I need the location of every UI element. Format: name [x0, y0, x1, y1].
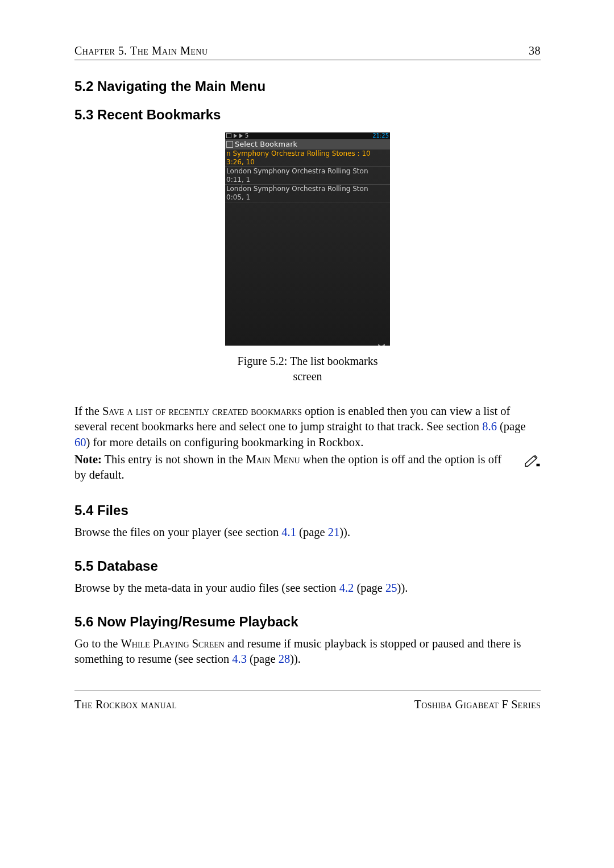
figure-caption: Figure 5.2: The list bookmarks screen	[225, 354, 390, 384]
database-paragraph: Browse by the meta-data in your audio fi…	[74, 580, 541, 596]
chapter-label: Chapter 5. The Main Menu	[74, 43, 208, 59]
stop-icon	[226, 133, 231, 138]
speaker-icon	[234, 134, 237, 138]
link-page-25[interactable]: 25	[385, 582, 397, 594]
bookmark-item-line1: London Symphony Orchestra Rolling Ston	[225, 167, 390, 176]
recent-bookmarks-paragraph: If the Save a list of recently created b…	[74, 404, 541, 451]
note-label: Note:	[74, 453, 102, 466]
note-row: Note: This entry is not shown in the Mai…	[74, 452, 541, 484]
title-bar: Select Bookmark	[225, 139, 390, 149]
link-section-4-1[interactable]: 4.1	[281, 526, 296, 538]
footer-rule	[74, 691, 541, 691]
main-menu-name: Main Menu	[246, 453, 300, 466]
footer-left: The Rockbox manual	[74, 697, 177, 712]
pen-note-icon	[524, 453, 541, 471]
status-play-label: 5	[245, 132, 248, 139]
wps-name: While Playing Screen	[121, 637, 225, 650]
option-name: Save a list of recently created bookmark…	[102, 405, 302, 417]
bookmark-item-line2: 0:11, 1	[225, 176, 390, 185]
link-page-28[interactable]: 28	[279, 653, 291, 665]
section-5-2-heading: 5.2 Navigating the Main Menu	[74, 77, 541, 95]
files-paragraph: Browse the files on your player (see sec…	[74, 525, 541, 541]
page-header: Chapter 5. The Main Menu 38	[74, 43, 541, 59]
bookmark-item-selected-line2: 3:26, 10	[225, 158, 390, 167]
svg-rect-0	[537, 464, 540, 467]
device-screenshot: 5 21:25 Select Bookmark n Symphony Orche…	[225, 132, 390, 346]
link-section-4-3[interactable]: 4.3	[232, 653, 247, 665]
header-rule	[74, 60, 541, 60]
bookmark-item-line2: 0:05, 1	[225, 193, 390, 202]
titlebar-text: Select Bookmark	[235, 140, 297, 149]
status-bar: 5 21:25	[225, 132, 390, 139]
link-page-21[interactable]: 21	[328, 526, 340, 538]
section-5-5-heading: 5.5 Database	[74, 557, 541, 575]
bookmark-item-selected-line1: n Symphony Orchestra Rolling Stones : 10	[225, 149, 390, 158]
note-paragraph: Note: This entry is not shown in the Mai…	[74, 452, 516, 483]
now-playing-paragraph: Go to the While Playing Screen and resum…	[74, 636, 541, 667]
status-time: 21:25	[372, 132, 389, 139]
section-5-3-heading: 5.3 Recent Bookmarks	[74, 106, 541, 124]
titlebar-icon	[226, 141, 233, 148]
page-number: 38	[529, 43, 541, 59]
figure-5-2: 5 21:25 Select Bookmark n Symphony Orche…	[225, 132, 390, 384]
link-page-60[interactable]: 60	[74, 436, 86, 448]
link-section-8-6[interactable]: 8.6	[482, 420, 497, 433]
play-icon	[239, 134, 243, 138]
link-section-4-2[interactable]: 4.2	[339, 582, 354, 594]
bookmark-item-line1: London Symphony Orchestra Rolling Ston	[225, 185, 390, 193]
section-5-4-heading: 5.4 Files	[74, 501, 541, 520]
footer-right: Toshiba Gigabeat F Series	[414, 697, 541, 712]
section-5-6-heading: 5.6 Now Playing/Resume Playback	[74, 613, 541, 631]
rockbox-logo: ROCKbox	[374, 344, 389, 346]
page-footer: The Rockbox manual Toshiba Gigabeat F Se…	[74, 691, 541, 712]
